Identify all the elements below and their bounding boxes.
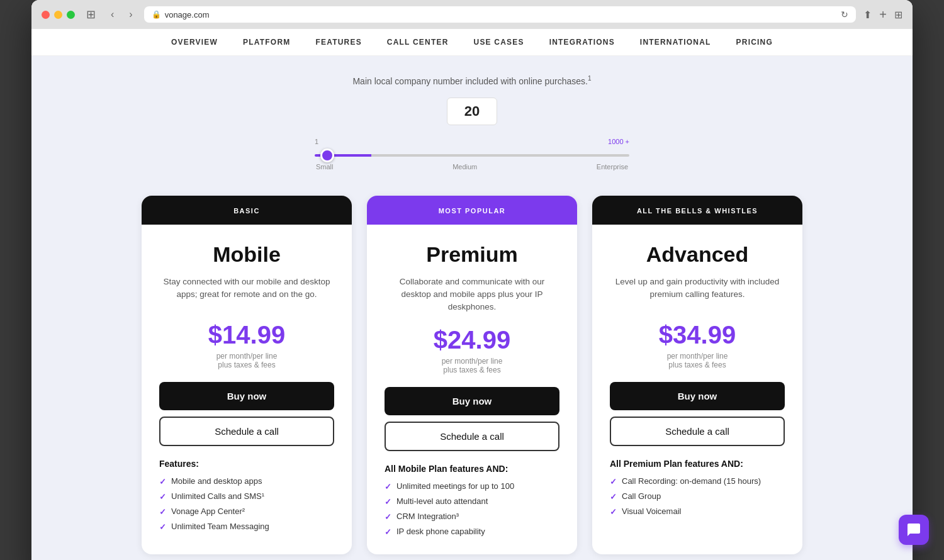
plan-card-premium: MOST POPULAR Premium Collaborate and com… [367,196,577,555]
plan-price-advanced: $34.99 [610,321,785,349]
feature-item: ✓ Vonage App Center² [159,507,334,517]
new-tab-button[interactable]: + [879,8,887,22]
slider-container: 1 1000 + Small Medium Enterprise [315,138,629,171]
nav-bar: OVERVIEW PLATFORM FEATURES CALL CENTER U… [31,29,913,56]
check-icon: ✓ [385,497,391,507]
plan-header-advanced: ALL THE BELLS & WHISTLES [592,196,802,225]
nav-features[interactable]: FEATURES [315,38,361,47]
plan-header-label-advanced: ALL THE BELLS & WHISTLES [637,207,758,215]
top-section: Main local company number included with … [57,75,887,177]
plan-body-advanced: Advanced Level up and gain productivity … [592,225,802,534]
plan-price-basic: $14.99 [159,321,334,349]
slider-min-label: 1 [315,138,318,145]
users-slider[interactable] [315,154,629,157]
plan-card-basic: BASIC Mobile Stay connected with our mob… [142,196,352,555]
browser-chrome: ⊞ ‹ › 🔒 vonage.com ↻ ⬆ + ⊞ [31,0,913,29]
schedule-call-advanced[interactable]: Schedule a call [610,417,785,446]
feature-item: ✓ Unlimited Team Messaging [159,522,334,532]
features-title-basic: Features: [159,459,334,469]
buy-now-basic[interactable]: Buy now [159,382,334,410]
features-title-advanced: All Premium Plan features AND: [610,459,785,469]
plan-header-label-basic: BASIC [233,207,260,215]
schedule-call-premium[interactable]: Schedule a call [385,422,559,451]
feature-item: ✓ IP desk phone capability [385,527,559,537]
nav-international[interactable]: INTERNATIONAL [640,38,711,47]
plan-price-sub-premium: per month/per line plus taxes & fees [385,357,559,374]
buy-now-advanced[interactable]: Buy now [610,382,785,410]
feature-item: ✓ Unlimited Calls and SMS¹ [159,491,334,501]
nav-call-center[interactable]: CALL CENTER [387,38,449,47]
size-small: Small [316,163,334,171]
close-button[interactable] [42,11,50,19]
nav-overview[interactable]: OVERVIEW [171,38,218,47]
check-icon: ✓ [385,482,391,491]
plan-price-sub-advanced: per month/per line plus taxes & fees [610,352,785,369]
nav-pricing[interactable]: PRICING [736,38,773,47]
plan-price-sub-basic: per month/per line plus taxes & fees [159,352,334,369]
plan-desc-basic: Stay connected with our mobile and deskt… [159,276,334,308]
buy-now-premium[interactable]: Buy now [385,387,559,415]
chat-icon [906,522,921,537]
tabs-button[interactable]: ⊞ [894,9,902,21]
nav-platform[interactable]: PLATFORM [243,38,290,47]
check-icon: ✓ [385,512,391,522]
url-text: vonage.com [165,10,210,20]
plan-name-basic: Mobile [159,242,334,267]
plan-name-advanced: Advanced [610,242,785,267]
check-icon: ✓ [159,477,166,486]
feature-item: ✓ Multi-level auto attendant [385,496,559,507]
plan-body-premium: Premium Collaborate and communicate with… [367,225,577,555]
plan-header-label-premium: MOST POPULAR [439,207,506,215]
plan-body-basic: Mobile Stay connected with our mobile an… [142,225,352,549]
address-bar[interactable]: 🔒 vonage.com ↻ [144,6,857,23]
check-icon: ✓ [610,477,617,486]
plan-desc-premium: Collaborate and communicate with our des… [385,276,559,314]
feature-item: ✓ Visual Voicemail [610,507,785,517]
minimize-button[interactable] [54,11,62,19]
size-enterprise: Enterprise [597,163,628,171]
maximize-button[interactable] [67,11,75,19]
plan-header-premium: MOST POPULAR [367,196,577,225]
feature-item: ✓ CRM Integration³ [385,512,559,522]
counter-box: 20 [447,98,497,125]
plan-header-basic: BASIC [142,196,352,225]
feature-item: ✓ Mobile and desktop apps [159,476,334,486]
check-icon: ✓ [159,492,166,501]
check-icon: ✓ [385,527,391,537]
subtitle: Main local company number included with … [352,75,591,86]
traffic-lights [42,11,75,19]
plan-price-premium: $24.99 [385,326,559,354]
check-icon: ✓ [159,522,166,532]
plan-name-premium: Premium [385,242,559,267]
slider-max-label: 1000 + [608,138,629,145]
check-icon: ✓ [610,507,617,517]
plan-desc-advanced: Level up and gain productivity with incl… [610,276,785,308]
feature-item: ✓ Unlimited meetings for up to 100 [385,481,559,491]
plan-card-advanced: ALL THE BELLS & WHISTLES Advanced Level … [592,196,802,555]
share-button[interactable]: ⬆ [863,9,872,21]
schedule-call-basic[interactable]: Schedule a call [159,417,334,446]
page-content: Main local company number included with … [31,56,913,560]
browser-window: ⊞ ‹ › 🔒 vonage.com ↻ ⬆ + ⊞ OVERVIEW PLAT… [31,0,913,560]
features-title-premium: All Mobile Plan features AND: [385,464,559,474]
forward-button[interactable]: › [125,8,136,21]
feature-item: ✓ Call Recording: on-demand (15 hours) [610,476,785,486]
nav-use-cases[interactable]: USE CASES [474,38,524,47]
slider-ends: 1 1000 + [315,138,629,145]
security-icon: 🔒 [152,10,161,19]
nav-integrations[interactable]: INTEGRATIONS [549,38,615,47]
size-medium: Medium [452,163,477,171]
feature-item: ✓ Call Group [610,491,785,501]
reload-button[interactable]: ↻ [841,9,848,20]
check-icon: ✓ [159,507,166,517]
chat-bubble-button[interactable] [899,515,929,545]
plans-grid: BASIC Mobile Stay connected with our mob… [142,196,802,555]
back-button[interactable]: ‹ [107,8,118,21]
slider-labels: Small Medium Enterprise [315,163,629,171]
check-icon: ✓ [610,492,617,501]
sidebar-toggle-button[interactable]: ⊞ [82,6,99,23]
